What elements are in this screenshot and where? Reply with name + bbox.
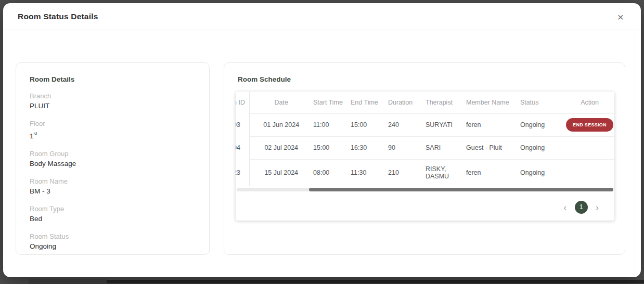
- field-value: Body Massage: [30, 159, 196, 169]
- room-status-details-modal: Room Status Details × Room Details Branc…: [3, 3, 641, 277]
- end-session-button[interactable]: END SESSION: [566, 118, 613, 132]
- field-label: Room Group: [30, 149, 196, 158]
- column-therapist: Therapist: [421, 92, 462, 113]
- room-schedule-heading: Room Schedule: [238, 75, 625, 83]
- page-number-button[interactable]: 1: [575, 201, 588, 214]
- cell-end-time: 16:30: [346, 136, 384, 159]
- field-value: BM - 3: [30, 187, 196, 196]
- room-details-card: Room Details Branch PLUIT Floor 1st Room…: [16, 62, 210, 255]
- horizontal-scrollbar[interactable]: [236, 186, 614, 193]
- cell-date: 15 Jul 2024: [249, 159, 309, 186]
- field-value: Bed: [30, 214, 196, 224]
- background-bar: [29, 279, 107, 284]
- cell-duration: 210: [384, 159, 421, 186]
- field-branch: Branch PLUIT: [30, 92, 196, 111]
- column-start-time: Start Time: [309, 92, 346, 113]
- cell-member-name: feren: [462, 113, 514, 136]
- modal-header: Room Status Details ×: [3, 3, 641, 30]
- modal-body: Room Details Branch PLUIT Floor 1st Room…: [3, 30, 641, 277]
- schedule-table: n ID Date Start Time End Time Duration T…: [236, 92, 614, 186]
- cell-start-time: 11:00: [309, 113, 346, 136]
- modal-title: Room Status Details: [18, 12, 98, 21]
- cell-start-time: 15:00: [309, 136, 346, 159]
- close-icon[interactable]: ×: [614, 10, 627, 24]
- column-status: Status: [514, 92, 561, 113]
- screen: Room Status Details × Room Details Branc…: [0, 0, 644, 284]
- cell-action: [561, 159, 614, 186]
- field-room-group: Room Group Body Massage: [30, 149, 196, 169]
- cell-start-time: 08:00: [309, 159, 346, 186]
- table-row: 03 01 Jun 2024 11:00 15:00 240 SURYATI f…: [236, 113, 614, 136]
- cell-action: END SESSION: [561, 113, 614, 136]
- cell-end-time: 15:00: [346, 113, 384, 136]
- field-room-status: Room Status Ongoing: [30, 232, 196, 251]
- field-label: Room Status: [30, 232, 196, 241]
- schedule-table-container: n ID Date Start Time End Time Duration T…: [236, 92, 614, 221]
- field-value: PLUIT: [30, 101, 196, 111]
- background-dark-bar: [107, 280, 644, 283]
- field-room-name: Room Name BM - 3: [30, 177, 196, 196]
- column-action: Action: [561, 92, 614, 113]
- cell-date: 01 Jun 2024: [249, 113, 309, 136]
- field-value: Ongoing: [30, 242, 196, 251]
- cell-member-name: Guest - Pluit: [462, 136, 514, 159]
- chevron-right-icon[interactable]: ›: [596, 202, 599, 212]
- cell-duration: 240: [384, 113, 421, 136]
- field-room-type: Room Type Bed: [30, 204, 196, 224]
- cell-status: Ongoing: [514, 113, 561, 136]
- cell-action: [561, 136, 614, 159]
- cell-session-id: 04: [236, 136, 249, 159]
- field-label: Room Name: [30, 177, 196, 186]
- column-date: Date: [249, 92, 309, 113]
- cell-status: Ongoing: [514, 159, 561, 186]
- room-details-heading: Room Details: [30, 75, 196, 83]
- cell-member-name: feren: [462, 159, 514, 186]
- pagination: ‹ 1 ›: [236, 193, 614, 221]
- column-duration: Duration: [384, 92, 421, 113]
- field-value: 1st: [30, 129, 196, 141]
- chevron-left-icon[interactable]: ‹: [563, 202, 566, 212]
- cell-session-id: 03: [236, 113, 249, 136]
- scrollbar-thumb[interactable]: [309, 188, 613, 191]
- cell-therapist: SURYATI: [421, 113, 462, 136]
- table-row: 04 02 Jul 2024 15:00 16:30 90 SARI Guest…: [236, 136, 614, 159]
- cell-status: Ongoing: [514, 136, 561, 159]
- column-member-name: Member Name: [462, 92, 514, 113]
- cell-therapist: SARI: [421, 136, 462, 159]
- table-row: 23 15 Jul 2024 08:00 11:30 210 RISKY, DA…: [236, 159, 614, 186]
- cell-duration: 90: [384, 136, 421, 159]
- field-label: Floor: [30, 119, 196, 128]
- table-header-row: n ID Date Start Time End Time Duration T…: [236, 92, 614, 113]
- field-floor: Floor 1st: [30, 119, 196, 141]
- column-session-id: n ID: [236, 92, 249, 113]
- column-end-time: End Time: [346, 92, 384, 113]
- cell-therapist: RISKY, DASMU: [421, 159, 462, 186]
- room-schedule-card: Room Schedule n ID Date Start Time: [224, 62, 625, 255]
- cell-end-time: 11:30: [346, 159, 384, 186]
- field-label: Room Type: [30, 204, 196, 213]
- cell-date: 02 Jul 2024: [249, 136, 309, 159]
- scrollbar-track[interactable]: [237, 188, 613, 191]
- field-label: Branch: [30, 92, 196, 100]
- cell-session-id: 23: [236, 159, 249, 186]
